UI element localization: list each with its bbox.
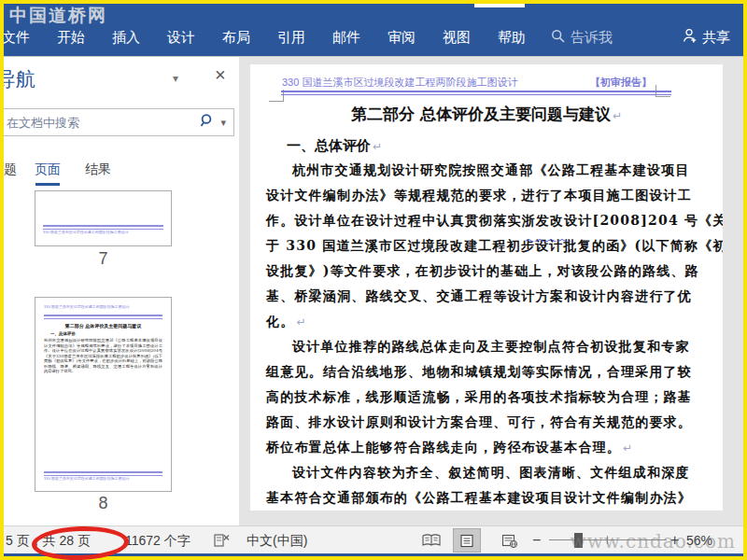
navigation-tabs: 标题 页面 结果 bbox=[4, 161, 111, 178]
zoom-out-button[interactable]: − bbox=[532, 526, 541, 554]
document-search-box[interactable]: ▾ bbox=[4, 108, 234, 136]
nav-tab-results[interactable]: 结果 bbox=[85, 161, 111, 178]
page-header-left: 330 国道兰溪市区过境段改建工程两阶段施工图设计 bbox=[282, 76, 517, 90]
body-line: 于 330 国道兰溪市区过境段改建工程初步设计批复的函》(以下简称《初 bbox=[266, 233, 707, 259]
thumbnail-body: 杭州市交通规划设计研究院按照交通部《公路工程基本建设项目设计文件编制办法》等规程… bbox=[44, 338, 162, 374]
thumbnail-footer-text: 330 国道兰溪市区过境段改建工程两阶段施工图设计 bbox=[44, 476, 162, 482]
body-line: 基、桥梁涵洞、路线交叉、交通工程等设计方案和设计内容进行了优 bbox=[266, 284, 707, 309]
share-button[interactable]: 共享 bbox=[682, 23, 730, 51]
person-plus-icon bbox=[682, 28, 702, 47]
page-7-label: 7 bbox=[35, 249, 172, 269]
body-line: 作。设计单位在设计过程中认真贯彻落实浙发改设计[2008]204 号《关 bbox=[266, 208, 707, 233]
body-line: 设计单位推荐的路线总体走向及主要控制点符合初设批复和专家 bbox=[266, 334, 707, 359]
zoom-slider-thumb[interactable] bbox=[574, 533, 583, 548]
body-line: 组意见。结合沿线地形、地物和城镇规划等实际情况，合理采用了较 bbox=[266, 359, 707, 385]
body-line: 化。↵ bbox=[266, 309, 707, 334]
body-line: 基本符合交通部颁布的《公路工程基本建设项目设计文件编制办法》 bbox=[266, 485, 707, 511]
thumbnail-footer: 330 国道兰溪市区过境段改建工程两阶段施工图设计 bbox=[44, 471, 162, 486]
print-layout-button[interactable] bbox=[453, 528, 481, 553]
watermark-top-left: 中国道桥网 bbox=[9, 4, 107, 28]
tab-references[interactable]: 引用 bbox=[270, 23, 313, 51]
close-icon[interactable]: × bbox=[215, 64, 226, 86]
page-8-thumbnail[interactable]: 330 国道兰溪市区过境段改建工程两阶段施工图设计 第二部分 总体评价及主要问题… bbox=[35, 297, 172, 492]
thumbnail-title: 第二部分 总体评价及主要问题与建议 bbox=[44, 323, 162, 329]
paragraph-mark: ↵ bbox=[296, 315, 305, 329]
tab-design[interactable]: 设计 bbox=[160, 23, 203, 51]
paragraph-mark: ↵ bbox=[623, 441, 632, 455]
tab-mailings[interactable]: 邮件 bbox=[325, 23, 368, 51]
paragraph-mark: ↵ bbox=[373, 140, 382, 153]
zoom-percentage[interactable]: 56% bbox=[686, 526, 712, 554]
document-canvas: 330 国道兰溪市区过境段改建工程两阶段施工图设计 【初审报告】 第二部分 总体… bbox=[239, 57, 743, 525]
ribbon-bar: 文件 开始 插入 设计 布局 引用 邮件 审阅 视图 帮助 告诉我 共享 bbox=[4, 4, 743, 56]
body-line: 设批复》)等文件要求，在初步设计的基础上，对该段公路的路线、路 bbox=[266, 259, 707, 284]
body-line: 设计文件编制办法》等规程规范的要求，进行了本项目施工图设计工 bbox=[266, 183, 707, 208]
share-label: 共享 bbox=[702, 29, 730, 47]
tab-insert[interactable]: 插入 bbox=[105, 23, 148, 51]
nav-tab-headings[interactable]: 标题 bbox=[4, 161, 17, 178]
navigation-pane-title: 导航 bbox=[4, 66, 35, 92]
header-double-rule bbox=[281, 91, 671, 95]
tab-help[interactable]: 帮助 bbox=[490, 23, 533, 51]
page-7-thumbnail[interactable]: 330 国道兰溪市区过境段改建工程两阶段施工图设计 bbox=[35, 190, 172, 246]
nav-tab-pages-label: 页面 bbox=[35, 161, 61, 176]
document-page[interactable]: 330 国道兰溪市区过境段改建工程两阶段施工图设计 【初审报告】 第二部分 总体… bbox=[250, 64, 723, 511]
application-window: 文件 开始 插入 设计 布局 引用 邮件 审阅 视图 帮助 告诉我 共享 导航 … bbox=[0, 0, 747, 560]
section-title: 第二部分 总体评价及主要问题与建议↵ bbox=[250, 104, 723, 125]
thumbnail-content: 330 国道兰溪市区过境段改建工程两阶段施工图设计 第二部分 总体评价及主要问题… bbox=[44, 304, 162, 467]
search-icon bbox=[551, 29, 565, 47]
read-mode-button[interactable] bbox=[417, 528, 445, 553]
active-tab-underline bbox=[35, 183, 60, 186]
thumbnail-heading: 一、总体评价 bbox=[50, 331, 162, 338]
section-heading: 一、总体评价↵ bbox=[287, 137, 382, 155]
language-indicator[interactable]: 中文(中国) bbox=[247, 526, 307, 554]
body-line: 路面、排水设计原则和设计方案合理、可行，符合有关规范的要求。 bbox=[266, 410, 707, 435]
web-layout-button[interactable] bbox=[496, 528, 524, 553]
tell-me-label: 告诉我 bbox=[571, 29, 613, 47]
search-options-caret-icon[interactable]: ▾ bbox=[220, 117, 226, 129]
chevron-down-icon[interactable]: ▾ bbox=[173, 72, 178, 85]
word-count-indicator[interactable]: 11672 个字 bbox=[125, 526, 190, 554]
body-line: 杭州市交通规划设计研究院按照交通部《公路工程基本建设项目 bbox=[266, 158, 707, 183]
thumbnail-footer: 330 国道兰溪市区过境段改建工程两阶段施工图设计 bbox=[43, 225, 163, 240]
document-body[interactable]: 杭州市交通规划设计研究院按照交通部《公路工程基本建设项目 设计文件编制办法》等规… bbox=[266, 158, 707, 511]
body-line: 高的技术标准，线形顺适流畅，采用的各项技术指标较为合理；路基 bbox=[266, 385, 707, 410]
tell-me-box[interactable]: 告诉我 bbox=[551, 23, 613, 51]
thumbnail-footer-text: 330 国道兰溪市区过境段改建工程两阶段施工图设计 bbox=[43, 230, 163, 235]
grammar-squiggle-underline bbox=[526, 229, 572, 245]
navigation-pane: 导航 ▾ × ▾ 标题 页面 结果 330 国道兰溪市区过境段改建工程两阶段施工… bbox=[4, 57, 239, 525]
page-header-right: 【初审报告】 bbox=[590, 76, 652, 90]
thumbnail-header-rule bbox=[44, 315, 162, 319]
body-line: 桥位布置总体上能够符合路线走向，跨径布设基本合理。↵ bbox=[266, 435, 707, 460]
tab-view[interactable]: 视图 bbox=[435, 23, 478, 51]
search-input[interactable] bbox=[7, 116, 200, 130]
top-white-strip bbox=[474, 4, 525, 7]
tab-layout[interactable]: 布局 bbox=[215, 23, 258, 51]
page-8-label: 8 bbox=[35, 494, 172, 513]
search-icon[interactable] bbox=[200, 113, 215, 132]
main-area: 导航 ▾ × ▾ 标题 页面 结果 330 国道兰溪市区过境段改建工程两阶段施工… bbox=[4, 56, 743, 525]
thumbnail-mini-text: 第二部分 总体评价及主要问题与建议 一、总体评价 杭州市交通规划设计研究院按照交… bbox=[44, 323, 162, 374]
body-line: 设计文件内容较为齐全、叙述简明、图表清晰、文件组成和深度 bbox=[266, 460, 707, 485]
nav-tab-pages[interactable]: 页面 bbox=[35, 161, 61, 178]
proofing-error-icon[interactable] bbox=[213, 533, 232, 551]
thumbnail-header-text: 330 国道兰溪市区过境段改建工程两阶段施工图设计 bbox=[44, 304, 162, 310]
paragraph-mark: ↵ bbox=[613, 109, 622, 122]
zoom-slider[interactable] bbox=[549, 539, 667, 540]
zoom-slider-center-tick bbox=[607, 536, 608, 544]
tab-review[interactable]: 审阅 bbox=[380, 23, 423, 51]
zoom-in-button[interactable]: + bbox=[670, 526, 679, 554]
